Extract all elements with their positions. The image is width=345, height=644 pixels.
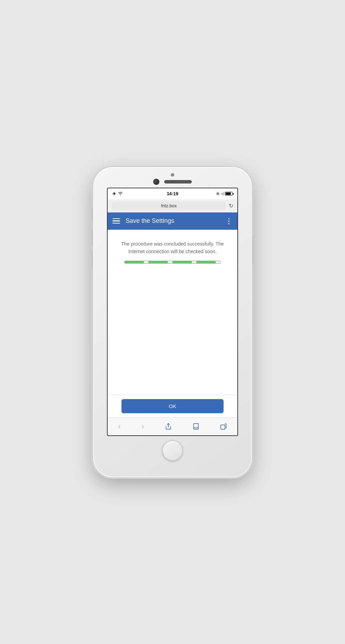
camera-speaker-row	[153, 179, 192, 185]
phone-screen: ✈ 14:19 ⊛ ◁	[107, 188, 238, 436]
silent-button	[91, 208, 93, 221]
svg-rect-1	[221, 425, 225, 429]
home-button[interactable]	[162, 440, 183, 461]
hamburger-menu-button[interactable]	[112, 218, 120, 224]
hamburger-line-1	[112, 218, 120, 219]
volume-down-button	[91, 251, 93, 268]
ok-button[interactable]: OK	[121, 399, 224, 413]
volume-up-button	[91, 229, 93, 246]
tabs-button[interactable]	[217, 422, 230, 431]
earpiece-speaker	[164, 180, 192, 184]
phone-wrapper: ✈ 14:19 ⊛ ◁	[86, 161, 259, 483]
hamburger-line-2	[112, 220, 120, 221]
status-time: 14:19	[167, 191, 178, 196]
hamburger-line-3	[112, 223, 120, 224]
share-button[interactable]	[161, 422, 175, 431]
direction-icon: ◁	[221, 191, 224, 196]
battery-fill	[226, 192, 231, 195]
forward-button[interactable]: ›	[138, 420, 148, 433]
progress-bar-container	[115, 261, 230, 264]
more-options-button[interactable]: ⋮	[225, 217, 233, 225]
back-button[interactable]: ‹	[115, 420, 124, 433]
status-bar: ✈ 14:19 ⊛ ◁	[108, 188, 237, 199]
success-message: The procedure was concluded successfully…	[115, 240, 230, 256]
browser-nav: ‹ ›	[108, 417, 237, 435]
app-header: Save the Settings ⋮	[108, 212, 237, 230]
address-bar: fritz.box ↻	[108, 199, 237, 212]
phone-body: ✈ 14:19 ⊛ ◁	[93, 167, 252, 477]
url-field[interactable]: fritz.box	[112, 201, 226, 210]
bookmarks-button[interactable]	[189, 422, 203, 431]
front-camera	[153, 179, 159, 185]
battery-icon	[225, 192, 233, 196]
sensor-dot	[171, 173, 174, 177]
app-content: The procedure was concluded successfully…	[108, 230, 237, 435]
location-icon: ⊛	[216, 191, 219, 196]
message-area: The procedure was concluded successfully…	[108, 230, 237, 395]
status-right: ⊛ ◁	[216, 191, 233, 196]
progress-bar	[124, 261, 221, 264]
page-title: Save the Settings	[126, 217, 225, 225]
status-left: ✈	[112, 191, 123, 196]
power-button	[252, 236, 254, 264]
wifi-icon	[118, 191, 123, 196]
airplane-icon: ✈	[112, 191, 116, 196]
reload-button[interactable]: ↻	[229, 202, 233, 209]
footer-section: OK	[108, 395, 237, 417]
